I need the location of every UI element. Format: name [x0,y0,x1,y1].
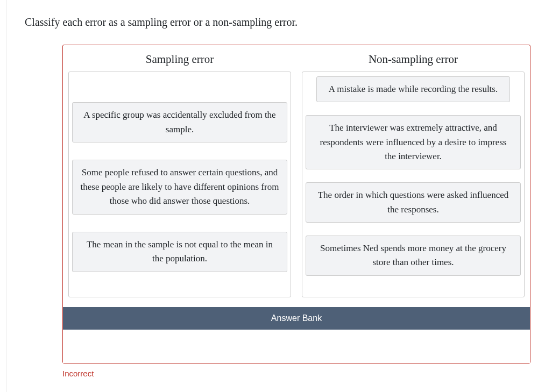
sampling-error-column: Sampling error A specific group was acci… [68,51,291,297]
answer-card[interactable]: The mean in the sample is not equal to t… [72,232,287,272]
answer-card[interactable]: Some people refused to answer certain qu… [72,160,287,214]
question-prompt: Classify each error as a sampling error … [25,16,545,28]
answer-card[interactable]: The order in which questions were asked … [306,182,521,223]
sampling-error-title: Sampling error [146,53,214,66]
non-sampling-error-dropzone[interactable]: A mistake is made while recording the re… [302,72,525,297]
answer-bank-body[interactable] [63,330,530,363]
non-sampling-error-column: Non-sampling error A mistake is made whi… [302,51,525,297]
status-text: Incorrect [62,369,545,378]
answer-card[interactable]: Sometimes Ned spends more money at the g… [306,236,521,276]
answer-bank-header[interactable]: Answer Bank [63,307,530,330]
non-sampling-error-title: Non-sampling error [369,53,458,66]
answer-card[interactable]: The interviewer was extremely attractive… [306,115,521,169]
exercise-container: Sampling error A specific group was acci… [62,45,530,364]
answer-card[interactable]: A mistake is made while recording the re… [316,76,510,102]
sampling-error-dropzone[interactable]: A specific group was accidentally exclud… [68,72,291,297]
answer-card[interactable]: A specific group was accidentally exclud… [72,102,287,142]
